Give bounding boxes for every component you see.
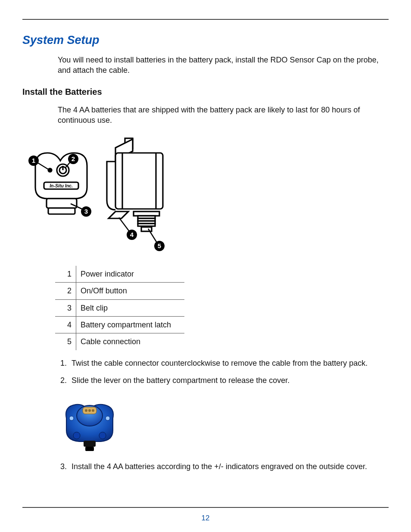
sub-intro-paragraph: The 4 AA batteries that are shipped with… bbox=[58, 105, 384, 126]
svg-point-36 bbox=[92, 409, 94, 412]
svg-point-40 bbox=[99, 432, 106, 439]
battery-pack-diagram: In-Situ Inc. bbox=[22, 136, 389, 256]
legend-num: 5 bbox=[55, 333, 76, 350]
callout-marker-4: 4 bbox=[119, 218, 137, 240]
header-rule bbox=[22, 19, 389, 20]
svg-text:5: 5 bbox=[158, 242, 161, 249]
intro-paragraph: You will need to install batteries in th… bbox=[58, 55, 384, 76]
table-row: 3 Belt clip bbox=[55, 299, 184, 316]
table-row: 2 On/Off button bbox=[55, 283, 184, 299]
svg-rect-41 bbox=[84, 441, 96, 447]
svg-text:2: 2 bbox=[72, 155, 75, 162]
step-item: Slide the lever on the battery compartme… bbox=[69, 375, 384, 386]
svg-text:3: 3 bbox=[84, 208, 88, 215]
svg-rect-15 bbox=[138, 224, 155, 226]
step-item: Twist the cable connector counterclockwi… bbox=[69, 358, 384, 368]
table-row: 5 Cable connection bbox=[55, 333, 184, 350]
diagram-brand-text: In-Situ Inc. bbox=[50, 183, 73, 188]
steps-list: Twist the cable connector counterclockwi… bbox=[58, 358, 384, 386]
callout-marker-5: 5 bbox=[148, 229, 165, 251]
legend-container: 1 Power indicator 2 On/Off button 3 Belt… bbox=[58, 266, 384, 350]
svg-text:1: 1 bbox=[32, 157, 35, 164]
table-row: 1 Power indicator bbox=[55, 266, 184, 283]
svg-point-3 bbox=[48, 168, 52, 172]
footer-rule bbox=[22, 507, 389, 508]
svg-point-39 bbox=[73, 432, 80, 439]
legend-num: 1 bbox=[55, 266, 76, 283]
legend-label: On/Off button bbox=[76, 283, 185, 299]
svg-rect-42 bbox=[85, 447, 94, 451]
legend-label: Power indicator bbox=[76, 266, 185, 283]
svg-point-38 bbox=[106, 416, 110, 420]
page: System Setup You will need to install ba… bbox=[0, 0, 411, 532]
legend-label: Battery compartment latch bbox=[76, 317, 185, 333]
svg-line-26 bbox=[119, 218, 129, 231]
svg-line-29 bbox=[148, 229, 157, 243]
legend-table: 1 Power indicator 2 On/Off button 3 Belt… bbox=[55, 266, 184, 350]
battery-pack-bottom-image bbox=[60, 392, 384, 453]
photo-svg bbox=[60, 392, 121, 453]
svg-point-37 bbox=[69, 416, 74, 420]
subsection-title: Install the Batteries bbox=[22, 87, 389, 97]
page-number: 12 bbox=[0, 514, 411, 523]
page-content: System Setup You will need to install ba… bbox=[22, 34, 389, 502]
svg-rect-5 bbox=[47, 199, 77, 208]
legend-num: 4 bbox=[55, 317, 76, 333]
table-row: 4 Battery compartment latch bbox=[55, 317, 184, 333]
svg-point-34 bbox=[85, 409, 87, 412]
legend-num: 3 bbox=[55, 299, 76, 316]
legend-num: 2 bbox=[55, 283, 76, 299]
diagram-svg: In-Situ Inc. bbox=[22, 136, 177, 256]
step-item: Install the 4 AA batteries according to … bbox=[69, 461, 384, 472]
svg-rect-6 bbox=[48, 208, 75, 214]
svg-rect-16 bbox=[141, 227, 152, 231]
legend-label: Belt clip bbox=[76, 299, 185, 316]
svg-text:4: 4 bbox=[130, 231, 134, 238]
legend-label: Cable connection bbox=[76, 333, 185, 350]
steps-container: Twist the cable connector counterclockwi… bbox=[58, 358, 384, 472]
svg-point-35 bbox=[88, 409, 91, 412]
steps-list-continued: Install the 4 AA batteries according to … bbox=[58, 461, 384, 472]
section-title: System Setup bbox=[22, 34, 389, 47]
